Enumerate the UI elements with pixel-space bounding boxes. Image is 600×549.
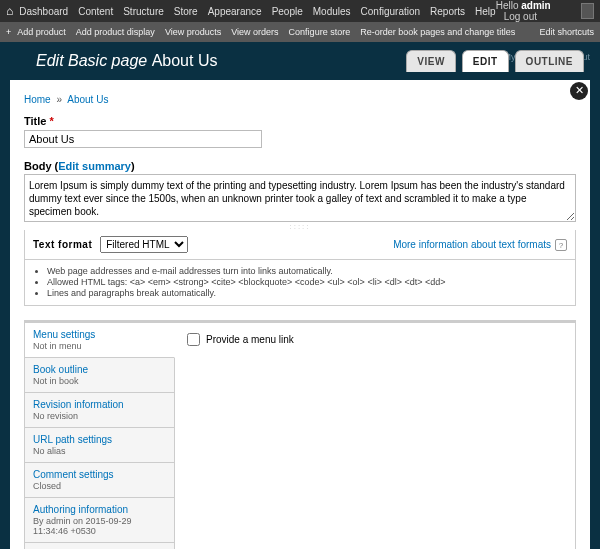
vtab-book-outline[interactable]: Book outline Not in book [25, 358, 174, 393]
page-title: Edit Basic page About Us [36, 52, 217, 70]
toolbar-toggle-icon[interactable] [581, 3, 594, 19]
hello-label: Hello [496, 0, 519, 11]
shortcut-bar: + Add product Add product display View p… [0, 22, 600, 42]
admin-menu-store[interactable]: Store [174, 6, 198, 17]
required-marker: * [49, 115, 53, 127]
vtab-publishing[interactable]: Publishing options Published [25, 543, 174, 549]
title-prefix: Edit Basic page [36, 52, 147, 69]
shortcut-view-orders[interactable]: View orders [231, 27, 278, 37]
admin-menu-modules[interactable]: Modules [313, 6, 351, 17]
admin-menu-help[interactable]: Help [475, 6, 496, 17]
vtab-title: Revision information [33, 399, 166, 410]
text-format-select[interactable]: Filtered HTML [100, 236, 188, 253]
tab-edit[interactable]: EDIT [462, 50, 509, 72]
vtab-authoring[interactable]: Authoring information By admin on 2015-0… [25, 498, 174, 543]
title-label-text: Title [24, 115, 46, 127]
vtab-menu-settings[interactable]: Menu settings Not in menu [25, 323, 175, 358]
text-format-row: Text format Filtered HTML More informati… [24, 230, 576, 260]
vtab-title: URL path settings [33, 434, 166, 445]
shortcut-add-product-display[interactable]: Add product display [76, 27, 155, 37]
add-shortcut-icon[interactable]: + [6, 27, 11, 37]
admin-user-block: Hello admin Log out [496, 0, 575, 22]
admin-menu-content[interactable]: Content [78, 6, 113, 17]
vtab-summary: Not in book [33, 376, 166, 386]
tip-3: Lines and paragraphs break automatically… [47, 288, 567, 298]
shortcut-configure-store[interactable]: Configure store [289, 27, 351, 37]
body-label-text: Body [24, 160, 52, 172]
overlay-content: ✕ Home » About Us Title * Body (Edit sum… [10, 80, 590, 549]
title-label: Title * [24, 115, 576, 127]
edit-summary-link[interactable]: Edit summary [58, 160, 131, 172]
format-tips: Web page addresses and e-mail addresses … [24, 260, 576, 306]
vtab-url[interactable]: URL path settings No alias [25, 428, 174, 463]
page-header: Edit Basic page About Us My account Log … [0, 42, 600, 80]
current-user[interactable]: admin [521, 0, 550, 11]
vtab-title: Authoring information [33, 504, 166, 515]
title-input[interactable] [24, 130, 262, 148]
vtab-title: Comment settings [33, 469, 166, 480]
more-formats-link[interactable]: More information about text formats [393, 239, 551, 250]
vtab-revision[interactable]: Revision information No revision [25, 393, 174, 428]
tab-view[interactable]: VIEW [406, 50, 456, 72]
local-tabs: VIEW EDIT OUTLINE [406, 50, 584, 72]
admin-menu: Dashboard Content Structure Store Appear… [19, 6, 495, 17]
vtab-summary: Not in menu [33, 341, 166, 351]
body-textarea[interactable]: Lorem Ipsum is simply dummy text of the … [24, 174, 576, 222]
admin-menu-people[interactable]: People [272, 6, 303, 17]
logout-link-top[interactable]: Log out [504, 11, 537, 22]
breadcrumb-home[interactable]: Home [24, 94, 51, 105]
menu-link-label: Provide a menu link [206, 334, 294, 345]
breadcrumb-current[interactable]: About Us [67, 94, 108, 105]
vtab-summary: Closed [33, 481, 166, 491]
vtab-title: Menu settings [33, 329, 166, 340]
vtab-summary: No revision [33, 411, 166, 421]
close-icon[interactable]: ✕ [570, 82, 588, 100]
admin-menu-dashboard[interactable]: Dashboard [19, 6, 68, 17]
body-label: Body (Edit summary) [24, 160, 576, 172]
tip-2: Allowed HTML tags: <a> <em> <strong> <ci… [47, 277, 567, 287]
text-format-label: Text format [33, 239, 92, 250]
info-icon[interactable]: ? [555, 239, 567, 251]
admin-menu-reports[interactable]: Reports [430, 6, 465, 17]
tip-1: Web page addresses and e-mail addresses … [47, 266, 567, 276]
admin-menu-configuration[interactable]: Configuration [361, 6, 420, 17]
breadcrumb: Home » About Us [24, 94, 576, 105]
shortcut-reorder-book[interactable]: Re-order book pages and change titles [360, 27, 515, 37]
vtabs-list: Menu settings Not in menu Book outline N… [25, 323, 175, 549]
shortcut-add-product[interactable]: Add product [17, 27, 66, 37]
vertical-tabs: Menu settings Not in menu Book outline N… [24, 320, 576, 549]
home-icon[interactable]: ⌂ [6, 4, 13, 18]
tab-outline[interactable]: OUTLINE [515, 50, 584, 72]
edit-shortcuts-link[interactable]: Edit shortcuts [539, 27, 594, 37]
shortcut-view-products[interactable]: View products [165, 27, 221, 37]
admin-toolbar: ⌂ Dashboard Content Structure Store Appe… [0, 0, 600, 22]
title-name: About Us [152, 52, 218, 69]
vtab-comment[interactable]: Comment settings Closed [25, 463, 174, 498]
breadcrumb-sep: » [56, 94, 62, 105]
vtab-title: Book outline [33, 364, 166, 375]
admin-menu-appearance[interactable]: Appearance [208, 6, 262, 17]
vtab-summary: No alias [33, 446, 166, 456]
shortcut-links: Add product Add product display View pro… [17, 27, 515, 37]
menu-link-checkbox[interactable] [187, 333, 200, 346]
admin-menu-structure[interactable]: Structure [123, 6, 164, 17]
vtab-pane-menu: Provide a menu link [175, 323, 575, 549]
vtab-summary: By admin on 2015-09-29 11:34:46 +0530 [33, 516, 166, 536]
